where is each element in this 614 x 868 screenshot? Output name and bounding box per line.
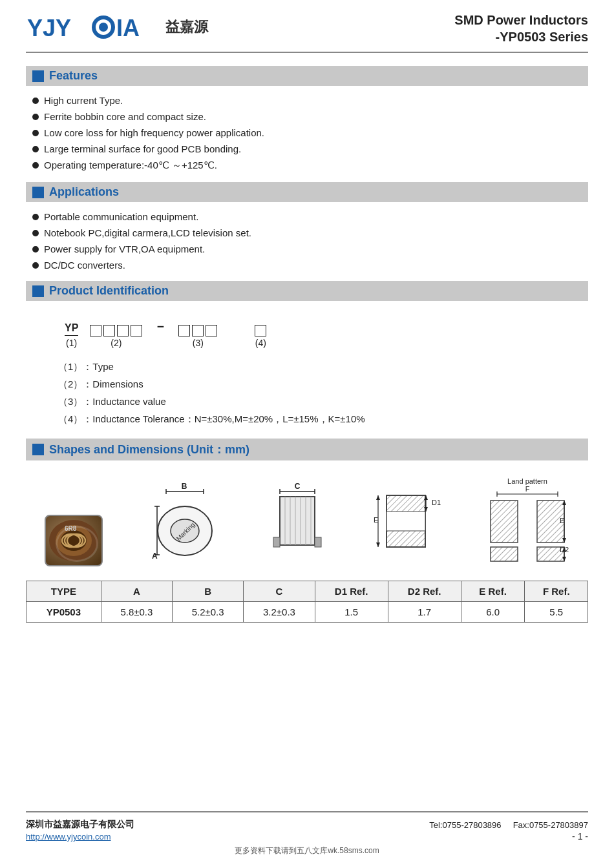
svg-text:6R8: 6R8 <box>65 525 77 532</box>
cell-f: 5.5 <box>525 602 588 623</box>
list-item: High current Type. <box>32 92 588 108</box>
features-icon <box>32 70 44 82</box>
feature-item-2: Ferrite bobbin core and compact size. <box>44 111 206 122</box>
table-header-row: TYPE A B C D1 Ref. D2 Ref. E Ref. F Ref. <box>26 581 588 602</box>
bullet-dot <box>32 130 39 136</box>
col-header-b: B <box>173 581 244 602</box>
svg-point-3 <box>99 23 108 32</box>
list-item: Power supply for VTR,OA equipment. <box>32 241 588 257</box>
features-list: High current Type. Ferrite bobbin core a… <box>32 92 588 174</box>
list-item: Large terminal surface for good PCB bond… <box>32 141 588 157</box>
cell-d2: 1.7 <box>388 602 461 623</box>
shapes-title: Shapes and Dimensions (Unit：mm) <box>49 442 249 457</box>
col-header-f: F Ref. <box>525 581 588 602</box>
svg-text:B: B <box>182 482 187 491</box>
applications-icon <box>32 187 44 198</box>
col-header-d2: D2 Ref. <box>388 581 461 602</box>
website-link[interactable]: http://www.yjycoin.com <box>26 832 134 842</box>
logo-area: YJY IA 益嘉源 <box>26 12 208 43</box>
coil-svg: C <box>268 482 326 566</box>
header: YJY IA 益嘉源 SMD Power Inductors -YP0503 S… <box>26 12 588 53</box>
pid-group4: (4) <box>255 325 266 348</box>
svg-text:D1: D1 <box>432 499 441 506</box>
col-header-d1: D1 Ref. <box>315 581 388 602</box>
page: YJY IA 益嘉源 SMD Power Inductors -YP0503 S… <box>0 0 614 868</box>
cell-a: 5.8±0.3 <box>101 602 172 623</box>
feature-item-3: Low core loss for high frequency power a… <box>44 127 264 138</box>
svg-point-7 <box>61 530 87 551</box>
svg-text:YJY: YJY <box>27 15 71 41</box>
pid-box <box>90 325 101 336</box>
cell-type: YP0503 <box>26 602 101 623</box>
app-item-4: DC/DC converters. <box>44 260 125 271</box>
bullet-dot <box>32 214 39 220</box>
bullet-dot <box>32 262 39 269</box>
svg-rect-55 <box>491 547 518 561</box>
pid-box <box>117 325 129 336</box>
applications-section-bar: Applications <box>26 182 588 202</box>
cell-c: 3.2±0.3 <box>244 602 315 623</box>
pid-label1: (1) <box>66 338 77 348</box>
svg-rect-34 <box>273 537 280 547</box>
applications-title: Applications <box>49 185 119 199</box>
fax: Fax:0755-27803897 <box>513 820 588 830</box>
shapes-diagrams: 6R8 B Marking A <box>26 476 588 566</box>
feature-item-1: High current Type. <box>44 95 123 106</box>
svg-rect-35 <box>315 537 321 547</box>
pid-group1: YP (1) <box>65 322 78 348</box>
feature-item-5: Operating temperature:-40℃ ～+125℃. <box>44 160 217 172</box>
footer: 深圳市益嘉源电子有限公司 http://www.yjycoin.com Tel:… <box>26 811 588 842</box>
svg-text:IA: IA <box>116 15 140 41</box>
svg-point-10 <box>67 534 85 547</box>
title-line2: -YP0503 Series <box>454 28 588 45</box>
svg-point-9 <box>62 534 80 547</box>
list-item: Notebook PC,digital carmera,LCD televisi… <box>32 225 588 241</box>
col-header-e: E Ref. <box>461 581 525 602</box>
inductor-photo: 6R8 <box>45 515 103 566</box>
pid-label4: (4) <box>255 338 266 348</box>
app-item-1: Portable communication equipment. <box>44 211 198 222</box>
svg-text:F: F <box>525 485 530 493</box>
pid-item-1: （1）：Type <box>58 358 569 376</box>
cell-b: 5.2±0.3 <box>173 602 244 623</box>
topview-svg: D1 E <box>370 482 441 566</box>
pid-prefix: YP <box>65 322 78 336</box>
pid-item-2: （2）：Dimensions <box>58 376 569 393</box>
list-item: Low core loss for high frequency power a… <box>32 125 588 141</box>
col-header-c: C <box>244 581 315 602</box>
svg-rect-38 <box>386 512 425 531</box>
svg-text:E: E <box>560 517 564 524</box>
land-pattern-svg: Land pattern F E <box>485 476 569 566</box>
svg-point-8 <box>65 534 83 547</box>
tel: Tel:0755-27803896 <box>429 820 501 830</box>
svg-rect-52 <box>491 501 518 542</box>
pid-boxes-1 <box>90 325 142 336</box>
coil-diagram-group: C <box>268 482 326 566</box>
list-item: Operating temperature:-40℃ ～+125℃. <box>32 157 588 174</box>
bullet-dot <box>32 98 39 104</box>
pid-label3: (3) <box>193 338 204 348</box>
shapes-section-bar: Shapes and Dimensions (Unit：mm) <box>26 439 588 460</box>
product-id-diagram: YP (1) (2) － (3) <box>65 318 575 348</box>
pid-label2: (2) <box>111 338 122 348</box>
list-item: Ferrite bobbin core and compact size. <box>32 108 588 125</box>
footer-right: Tel:0755-27803896 Fax:0755-27803897 - 1 … <box>429 820 588 842</box>
pid-box <box>131 325 142 336</box>
svg-point-6 <box>56 525 92 556</box>
pid-group3: (3) <box>178 325 217 348</box>
logo-svg: YJY IA <box>26 12 155 43</box>
svg-marker-45 <box>376 495 380 500</box>
pid-item-4: （4）：Inductance Tolerance：N=±30%,M=±20%，L… <box>58 411 569 428</box>
dimensions-table: TYPE A B C D1 Ref. D2 Ref. E Ref. F Ref.… <box>26 581 588 623</box>
bullet-dot <box>32 230 39 236</box>
logo-chinese: 益嘉源 <box>165 17 208 37</box>
pid-box <box>255 325 266 336</box>
svg-marker-46 <box>376 542 380 547</box>
list-item: DC/DC converters. <box>32 257 588 273</box>
inductor-photo-group: 6R8 <box>45 515 103 566</box>
feature-item-4: Large terminal surface for good PCB bond… <box>44 143 241 154</box>
company-name: 深圳市益嘉源电子有限公司 <box>26 819 134 831</box>
product-id-section-bar: Product Identification <box>26 281 588 301</box>
pid-items: （1）：Type （2）：Dimensions （3）：Inductance v… <box>58 358 569 428</box>
land-pattern-group: Land pattern F E <box>485 476 569 566</box>
